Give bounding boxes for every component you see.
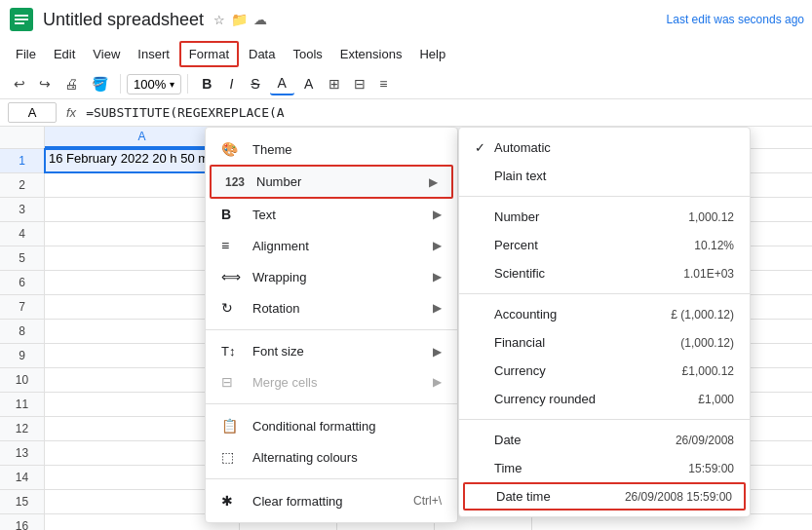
sub-divider-3 — [459, 419, 750, 420]
alignment-arrow-icon: ▶ — [433, 239, 442, 252]
format-wrapping-item[interactable]: ⟺ Wrapping ▶ — [206, 261, 457, 292]
sub-accounting[interactable]: Accounting £ (1,000.12) — [459, 300, 750, 328]
row-number: 7 — [0, 295, 45, 319]
merge-button[interactable]: ⊟ — [348, 73, 371, 95]
fill-color-button[interactable]: A — [296, 73, 321, 95]
menu-item-extensions[interactable]: Extensions — [332, 43, 410, 65]
menu-item-format[interactable]: Format — [179, 41, 239, 67]
sub-automatic[interactable]: ✓ Automatic — [459, 133, 750, 162]
check-icon: ✓ — [475, 140, 494, 155]
row-number: 3 — [0, 198, 45, 221]
dropdown-divider-1 — [206, 329, 457, 330]
clearformatting-shortcut: Ctrl+\ — [413, 494, 442, 508]
toolbar: ↩ ↪ 🖨 🪣 100% ▾ B I S A A ⊞ ⊟ ≡ — [0, 69, 812, 99]
format-dropdown: 🎨 Theme 123 Number ▶ B Text ▶ ≡ Alignmen… — [205, 127, 458, 523]
fx-label: fx — [66, 105, 76, 120]
row-number: 1 — [0, 149, 45, 172]
paint-format-button[interactable]: 🪣 — [86, 73, 114, 95]
fontsize-arrow-icon: ▶ — [433, 345, 442, 359]
sub-time[interactable]: Time 15:59:00 — [459, 454, 750, 482]
sub-number[interactable]: Number 1,000.12 — [459, 203, 750, 231]
text-icon: B — [221, 207, 243, 222]
number-arrow-icon: ▶ — [429, 175, 438, 189]
alignment-icon: ≡ — [221, 238, 243, 253]
conditional-icon: 📋 — [221, 418, 243, 434]
undo-button[interactable]: ↩ — [8, 73, 31, 95]
row-number: 15 — [0, 490, 45, 513]
app-logo — [8, 6, 35, 33]
clearformatting-icon: ✱ — [221, 493, 243, 509]
align-button[interactable]: ≡ — [373, 73, 393, 95]
row-number: 13 — [0, 441, 45, 465]
rotation-arrow-icon: ▶ — [433, 301, 442, 315]
dropdown-divider-2 — [206, 403, 457, 404]
formula-bar: fx =SUBSTITUTE(REGEXREPLACE(A — [0, 99, 812, 127]
alternating-icon: ⬚ — [221, 449, 243, 465]
number-submenu: ✓ Automatic Plain text Number 1,000.12 P… — [458, 127, 751, 517]
borders-button[interactable]: ⊞ — [323, 73, 346, 95]
wrapping-icon: ⟺ — [221, 269, 243, 284]
doc-title[interactable]: Untitled spreadsheet — [43, 10, 204, 30]
row-number: 14 — [0, 466, 45, 489]
print-button[interactable]: 🖨 — [58, 73, 84, 95]
format-fontsize-item[interactable]: T↕ Font size ▶ — [206, 336, 457, 366]
menu-bar: File Edit View Insert Format Data Tools … — [0, 39, 812, 69]
sub-currency-rounded[interactable]: Currency rounded £1,000 — [459, 385, 750, 413]
sub-plaintext[interactable]: Plain text — [459, 162, 750, 190]
cell-reference[interactable] — [8, 102, 57, 123]
sub-percent[interactable]: Percent 10.12% — [459, 231, 750, 259]
sub-divider-2 — [459, 293, 750, 294]
row-number: 5 — [0, 246, 45, 270]
corner-cell — [0, 127, 45, 148]
sub-financial[interactable]: Financial (1,000.12) — [459, 328, 750, 357]
theme-icon: 🎨 — [221, 141, 243, 157]
menu-item-tools[interactable]: Tools — [285, 43, 329, 65]
row-number: 11 — [0, 393, 45, 416]
row-number: 10 — [0, 368, 45, 392]
sub-currency[interactable]: Currency £1,000.12 — [459, 357, 750, 385]
row-number: 16 — [0, 514, 45, 530]
star-icon[interactable]: ☆ — [213, 13, 225, 27]
wrapping-arrow-icon: ▶ — [433, 270, 442, 284]
menu-item-help[interactable]: Help — [411, 43, 453, 65]
zoom-selector[interactable]: 100% ▾ — [127, 74, 181, 95]
rotation-icon: ↻ — [221, 300, 243, 316]
row-number: 4 — [0, 222, 45, 246]
format-alternating-item[interactable]: ⬚ Alternating colours — [206, 441, 457, 473]
format-rotation-item[interactable]: ↻ Rotation ▶ — [206, 292, 457, 323]
format-text-item[interactable]: B Text ▶ — [206, 199, 457, 230]
mergecells-icon: ⊟ — [221, 374, 243, 390]
bold-button[interactable]: B — [194, 73, 219, 95]
menu-item-insert[interactable]: Insert — [130, 43, 177, 65]
format-mergecells-item[interactable]: ⊟ Merge cells ▶ — [206, 366, 457, 398]
sub-scientific[interactable]: Scientific 1.01E+03 — [459, 259, 750, 287]
formula-content: =SUBSTITUTE(REGEXREPLACE(A — [86, 105, 285, 120]
last-edit[interactable]: Last edit was seconds ago — [667, 13, 804, 26]
row-number: 6 — [0, 271, 45, 294]
mergecells-arrow-icon: ▶ — [433, 375, 442, 389]
sub-divider-1 — [459, 196, 750, 197]
row-number: 9 — [0, 344, 45, 367]
sub-date[interactable]: Date 26/09/2008 — [459, 426, 750, 454]
zoom-arrow-icon: ▾ — [170, 79, 174, 90]
format-number-item[interactable]: 123 Number ▶ — [210, 165, 453, 199]
text-arrow-icon: ▶ — [433, 208, 442, 221]
menu-item-edit[interactable]: Edit — [46, 43, 83, 65]
format-clearformatting-item[interactable]: ✱ Clear formatting Ctrl+\ — [206, 485, 457, 516]
redo-button[interactable]: ↪ — [33, 73, 57, 95]
menu-item-view[interactable]: View — [85, 43, 128, 65]
sub-datetime[interactable]: Date time 26/09/2008 15:59:00 — [463, 482, 746, 511]
strikethrough-button[interactable]: S — [243, 73, 267, 95]
menu-item-data[interactable]: Data — [241, 43, 283, 65]
italic-button[interactable]: I — [221, 73, 241, 95]
format-conditional-item[interactable]: 📋 Conditional formatting — [206, 410, 457, 441]
row-number: 2 — [0, 173, 45, 197]
folder-icon[interactable]: 📁 — [231, 12, 248, 27]
underline-button[interactable]: A — [270, 72, 294, 95]
format-theme-item[interactable]: 🎨 Theme — [206, 133, 457, 165]
fontsize-icon: T↕ — [221, 344, 243, 359]
format-alignment-item[interactable]: ≡ Alignment ▶ — [206, 230, 457, 261]
menu-item-file[interactable]: File — [8, 43, 44, 65]
row-number: 8 — [0, 320, 45, 343]
cloud-icon: ☁ — [253, 12, 267, 27]
